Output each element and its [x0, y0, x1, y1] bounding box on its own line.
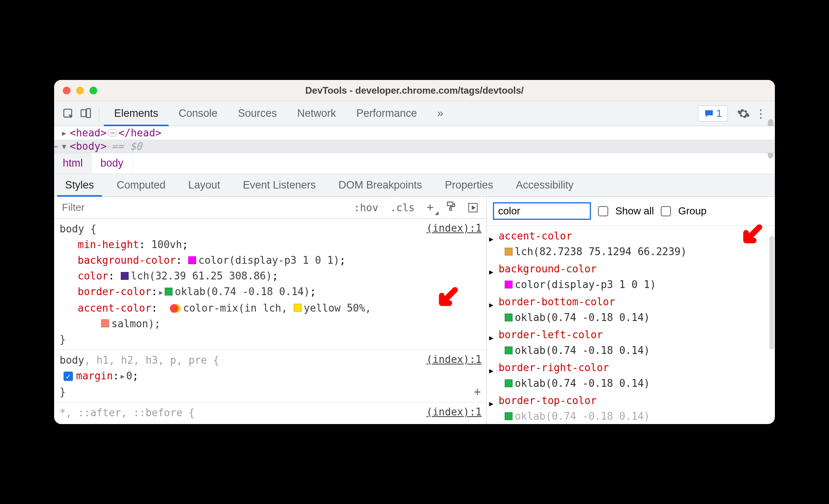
tab-elements[interactable]: Elements — [104, 101, 169, 126]
expand-icon[interactable]: ▶ — [489, 231, 493, 247]
side-tabs: Styles Computed Layout Event Listeners D… — [54, 174, 775, 197]
settings-icon[interactable] — [735, 105, 752, 122]
group-label: Group — [678, 205, 706, 217]
issue-icon — [704, 109, 714, 119]
cls-toggle[interactable]: .cls — [387, 202, 418, 214]
decl[interactable]: color: lch(32.39 61.25 308.86); — [78, 268, 481, 284]
maximize-window-button[interactable] — [89, 87, 97, 94]
computed-item[interactable]: ▶accent-color lch(82.7238 75.1294 66.223… — [498, 228, 771, 259]
issues-badge[interactable]: 1 — [698, 105, 728, 121]
source-link[interactable]: (index):1 — [426, 352, 482, 367]
tab-sources[interactable]: Sources — [228, 101, 287, 126]
inspect-icon[interactable] — [60, 105, 77, 122]
expand-icon[interactable]: ▶ — [121, 368, 125, 384]
subtab-layout[interactable]: Layout — [180, 174, 228, 197]
titlebar: DevTools - developer.chrome.com/tags/dev… — [54, 80, 775, 101]
color-swatch[interactable] — [101, 319, 109, 327]
device-toggle-icon[interactable] — [77, 105, 94, 122]
dom-tree[interactable]: ▶ <head> ⋯ </head> ▼ <body> == $0 — [54, 126, 775, 153]
computed-item[interactable]: ▶border-top-color oklab(0.74 -0.18 0.14) — [498, 393, 771, 424]
decl[interactable]: min-height: 100vh; — [78, 237, 481, 252]
head-open: <head> — [70, 127, 107, 139]
annotation-arrow-icon — [436, 286, 459, 309]
selector[interactable]: *, ::after, ::before { — [60, 405, 481, 421]
crumb-html[interactable]: html — [54, 153, 92, 174]
add-rule-icon[interactable]: + — [474, 384, 481, 400]
color-swatch[interactable] — [121, 272, 129, 280]
panels: :hov .cls +◢ (index):1 body { min-height… — [54, 197, 775, 424]
expand-icon[interactable]: ▶ — [489, 297, 493, 313]
color-swatch[interactable] — [505, 248, 513, 256]
color-swatch[interactable] — [505, 412, 513, 420]
source-link[interactable]: (index):1 — [426, 220, 482, 236]
computed-item[interactable]: ▶background-color color(display-p3 1 0 1… — [498, 261, 771, 292]
close-window-button[interactable] — [63, 87, 71, 94]
kebab-menu-icon[interactable]: ⋮ — [752, 105, 769, 122]
separator — [99, 106, 99, 121]
expand-icon[interactable]: ▶ — [489, 363, 493, 379]
selector[interactable]: body, h1, h2, h3, p, pre { — [60, 352, 481, 368]
tab-network[interactable]: Network — [287, 101, 346, 126]
decl[interactable]: background-color: color(display-p3 1 0 1… — [78, 252, 481, 268]
rule-universal[interactable]: (index):1 *, ::after, ::before { box-siz… — [54, 402, 486, 424]
window-controls — [63, 87, 97, 94]
close-brace: } — [60, 332, 481, 347]
expand-icon[interactable]: ▶ — [489, 330, 493, 346]
expand-icon[interactable]: ▶ — [159, 285, 163, 300]
styles-filter-input[interactable] — [60, 199, 345, 216]
styles-toolbar: :hov .cls +◢ — [54, 197, 486, 219]
dom-head[interactable]: ▶ <head> ⋯ </head> — [54, 126, 775, 140]
new-rule-icon[interactable]: +◢ — [424, 200, 437, 215]
computed-filter-input[interactable] — [493, 202, 591, 220]
svg-rect-2 — [87, 109, 91, 118]
color-swatch[interactable] — [505, 346, 513, 354]
tab-performance[interactable]: Performance — [346, 101, 427, 126]
computed-item[interactable]: ▶border-bottom-color oklab(0.74 -0.18 0.… — [498, 294, 771, 325]
devtools-window: DevTools - developer.chrome.com/tags/dev… — [54, 80, 775, 424]
dom-body[interactable]: ▼ <body> == $0 — [54, 140, 775, 153]
subtab-styles[interactable]: Styles — [57, 174, 102, 197]
styles-panel: :hov .cls +◢ (index):1 body { min-height… — [54, 197, 487, 424]
hov-toggle[interactable]: :hov — [351, 202, 382, 214]
subtab-accessibility[interactable]: Accessibility — [508, 174, 581, 197]
rule-margin[interactable]: (index):1 body, h1, h2, h3, p, pre { ✓ma… — [54, 350, 486, 403]
color-swatch[interactable] — [165, 288, 173, 296]
subtab-properties[interactable]: Properties — [437, 174, 501, 197]
svg-rect-3 — [447, 202, 453, 206]
expand-icon[interactable]: ▶ — [489, 396, 493, 412]
computed-toggle-icon[interactable] — [465, 203, 481, 212]
color-swatch[interactable] — [294, 304, 302, 312]
enable-checkbox[interactable]: ✓ — [64, 372, 73, 381]
minimize-window-button[interactable] — [76, 87, 84, 94]
source-link[interactable]: (index):1 — [426, 404, 482, 420]
subtab-dom-breakpoints[interactable]: DOM Breakpoints — [331, 174, 430, 197]
computed-item[interactable]: ▶border-left-color oklab(0.74 -0.18 0.14… — [498, 327, 771, 358]
crumb-body[interactable]: body — [92, 153, 133, 174]
tabs-overflow[interactable]: » — [427, 101, 453, 126]
expand-icon[interactable]: ▶ — [62, 129, 66, 137]
group-checkbox[interactable] — [661, 206, 671, 216]
expand-icon[interactable]: ▼ — [62, 142, 66, 150]
computed-panel: Show all Group ▶accent-color lch(82.7238… — [487, 197, 775, 424]
collapsed-icon[interactable]: ⋯ — [108, 129, 117, 136]
selector[interactable]: body { — [60, 221, 481, 237]
expand-icon[interactable]: ▶ — [489, 264, 493, 280]
subtab-computed[interactable]: Computed — [109, 174, 174, 197]
computed-list: ▶accent-color lch(82.7238 75.1294 66.223… — [487, 226, 775, 424]
main-toolbar: Elements Console Sources Network Perform… — [54, 101, 775, 126]
decl-cont[interactable]: salmon); — [78, 316, 481, 332]
color-swatch[interactable] — [505, 281, 513, 288]
color-swatch[interactable] — [505, 379, 513, 387]
decl[interactable]: accent-color: color-mix(in lch, yellow 5… — [78, 300, 481, 316]
subtab-event-listeners[interactable]: Event Listeners — [235, 174, 324, 197]
color-swatch[interactable] — [505, 314, 513, 321]
show-all-checkbox[interactable] — [598, 206, 608, 216]
color-swatch[interactable] — [188, 256, 196, 264]
decl-faded: box-sizing: border-box; — [60, 421, 481, 424]
rule-body[interactable]: (index):1 body { min-height: 100vh; back… — [54, 219, 486, 350]
paint-icon[interactable] — [442, 201, 460, 214]
color-mix-swatch[interactable] — [170, 304, 181, 313]
decl[interactable]: border-color:▶oklab(0.74 -0.18 0.14); — [78, 284, 481, 300]
computed-item[interactable]: ▶border-right-color oklab(0.74 -0.18 0.1… — [498, 360, 771, 391]
tab-console[interactable]: Console — [169, 101, 228, 126]
